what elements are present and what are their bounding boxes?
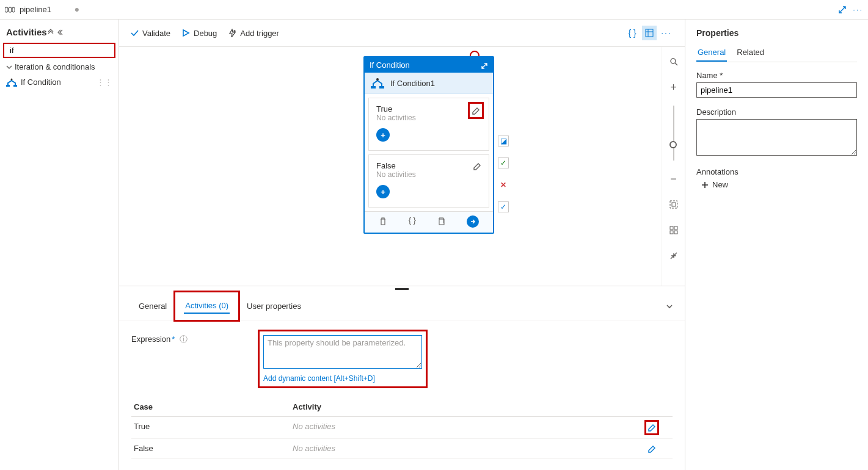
canvas[interactable]: If Condition If Condition1	[119, 47, 662, 286]
more-options-icon[interactable]: ···	[659, 26, 674, 40]
zoom-out-icon[interactable]: −	[666, 172, 681, 186]
layout-icon[interactable]	[642, 26, 657, 40]
tab-general[interactable]: General	[130, 295, 175, 317]
true-branch-sub: No activities	[376, 114, 416, 122]
svg-rect-18	[674, 231, 677, 234]
delete-icon[interactable]	[379, 215, 387, 228]
add-true-activity-button[interactable]: +	[376, 128, 390, 142]
if-condition-icon	[371, 78, 384, 89]
prop-tab-related[interactable]: Related	[735, 44, 765, 62]
badge-neutral-icon[interactable]: ◪	[498, 136, 509, 146]
validate-button[interactable]: Validate	[130, 29, 170, 38]
description-label: Description	[696, 107, 857, 117]
new-annotation-button[interactable]: New	[701, 180, 857, 189]
expand-icon[interactable]	[838, 5, 847, 15]
chevron-down-icon	[6, 64, 12, 70]
svg-rect-14	[672, 203, 676, 206]
expression-input[interactable]	[263, 335, 422, 369]
more-icon[interactable]: ···	[853, 5, 863, 15]
unsaved-dot-icon: •	[75, 7, 79, 12]
debug-button[interactable]: Debug	[181, 29, 217, 38]
add-dynamic-content-link[interactable]: Add dynamic content [Alt+Shift+D]	[263, 374, 422, 383]
panel-resize-handle[interactable]	[119, 286, 685, 292]
svg-rect-6	[13, 85, 17, 87]
case-true: True	[134, 422, 293, 434]
activity-if-condition[interactable]: If Condition ⋮⋮	[4, 74, 115, 90]
false-branch-label: False	[376, 161, 416, 170]
search-input[interactable]	[10, 46, 112, 55]
svg-rect-2	[12, 7, 15, 12]
svg-rect-1	[9, 7, 12, 12]
activity-label: If Condition	[21, 78, 61, 87]
badge-check-icon[interactable]: ✓	[498, 201, 509, 212]
node-code-icon[interactable]: { }	[409, 215, 416, 228]
info-icon[interactable]: ⓘ	[180, 334, 188, 344]
svg-rect-5	[6, 85, 10, 87]
false-branch-sub: No activities	[376, 170, 416, 179]
search-input-wrap[interactable]	[4, 43, 115, 57]
tab-activities[interactable]: Activities (0)	[184, 298, 230, 314]
if-condition-node[interactable]: If Condition If Condition1	[363, 56, 494, 234]
edit-case-true-icon[interactable]	[646, 422, 657, 434]
expression-label: Expression* ⓘ	[131, 331, 241, 345]
description-input[interactable]	[696, 119, 857, 156]
case-true-activity: No activities	[293, 422, 633, 434]
zoom-slider-knob[interactable]	[669, 141, 677, 148]
zoom-slider[interactable]	[673, 106, 674, 161]
layout-guide-icon[interactable]	[666, 223, 681, 237]
node-header-label: If Condition	[370, 60, 410, 70]
node-title: If Condition1	[390, 79, 435, 88]
table-row: True No activities	[131, 417, 673, 439]
annotations-label: Annotations	[696, 167, 857, 176]
collapse-canvas-icon[interactable]	[666, 248, 681, 263]
if-condition-icon	[6, 78, 17, 87]
svg-rect-15	[670, 226, 673, 230]
svg-rect-9	[371, 86, 376, 89]
edit-true-icon[interactable]	[470, 104, 481, 117]
svg-rect-16	[674, 226, 677, 230]
svg-rect-0	[5, 7, 8, 12]
svg-rect-7	[646, 29, 653, 37]
true-branch-label: True	[376, 104, 416, 114]
case-false: False	[134, 444, 293, 454]
svg-point-8	[376, 78, 379, 81]
copy-icon[interactable]	[437, 215, 445, 228]
drag-handle-icon[interactable]: ⋮⋮	[97, 78, 112, 87]
col-activity: Activity	[293, 402, 633, 411]
svg-rect-13	[670, 201, 677, 208]
table-row: False No activities	[131, 439, 673, 459]
add-false-activity-button[interactable]: +	[376, 185, 390, 198]
name-input[interactable]	[696, 82, 857, 98]
badge-success-icon[interactable]: ✓	[498, 157, 509, 168]
edit-false-icon[interactable]	[473, 161, 481, 171]
col-case: Case	[134, 402, 293, 411]
plus-icon	[701, 181, 709, 189]
svg-rect-17	[670, 231, 673, 234]
collapse-all-icon[interactable]	[47, 29, 64, 36]
fit-screen-icon[interactable]	[666, 197, 681, 212]
svg-rect-10	[379, 86, 384, 89]
tab-user-properties[interactable]: User properties	[238, 295, 310, 317]
activities-header: Activities	[4, 24, 115, 43]
node-expand-icon[interactable]	[481, 60, 488, 70]
collapse-panel-icon[interactable]	[665, 302, 674, 311]
next-icon[interactable]	[467, 215, 479, 228]
pipeline-tab[interactable]: pipeline1 •	[5, 5, 79, 14]
zoom-in-icon[interactable]: +	[666, 80, 681, 95]
add-trigger-button[interactable]: Add trigger	[228, 29, 279, 38]
pipeline-icon	[5, 6, 15, 13]
svg-point-12	[671, 59, 676, 63]
edit-case-false-icon[interactable]	[647, 444, 656, 454]
svg-point-4	[11, 78, 13, 80]
pipeline-title: pipeline1	[20, 5, 51, 14]
properties-title: Properties	[696, 28, 857, 38]
badge-error-icon[interactable]: ✕	[498, 179, 509, 190]
name-label: Name *	[696, 71, 857, 80]
code-icon[interactable]: { }	[625, 26, 640, 40]
prop-tab-general[interactable]: General	[696, 44, 727, 62]
case-false-activity: No activities	[293, 444, 633, 454]
section-iteration[interactable]: Iteration & conditionals	[4, 57, 115, 74]
canvas-search-icon[interactable]	[666, 54, 681, 69]
